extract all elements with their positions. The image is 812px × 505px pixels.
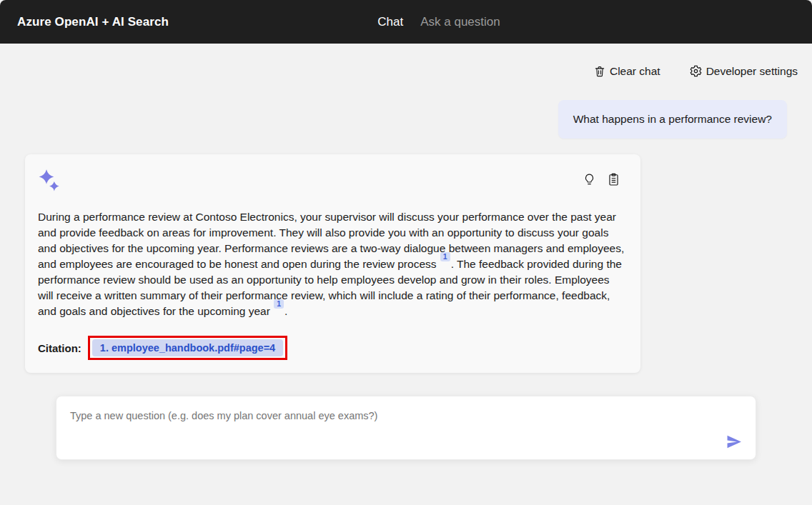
clipboard-icon (607, 178, 620, 189)
header-nav: Chat Ask a question (377, 15, 500, 29)
send-icon (725, 442, 743, 453)
lightbulb-icon (583, 178, 596, 189)
send-question-button[interactable] (722, 430, 746, 454)
user-message-bubble: What happens in a performance review? (558, 100, 787, 139)
question-input[interactable] (56, 396, 756, 460)
sparkle-icon (38, 169, 61, 194)
answer-actions (583, 173, 620, 186)
supporting-content-button[interactable] (607, 173, 620, 186)
tab-chat[interactable]: Chat (377, 15, 403, 29)
citation-link-button[interactable]: 1. employee_handbook.pdf#page=4 (92, 339, 283, 356)
command-bar: Clear chat Developer settings (0, 44, 812, 78)
user-message-row: What happens in a performance review? (25, 100, 787, 139)
answer-text: During a performance review at Contoso E… (38, 209, 628, 319)
question-input-area (56, 396, 756, 463)
citation-label: Citation: (38, 342, 81, 354)
citation-marker-1[interactable]: 1 (440, 252, 450, 261)
developer-settings-button[interactable]: Developer settings (689, 64, 798, 78)
gear-icon (689, 64, 703, 78)
citation-marker-2[interactable]: 1 (274, 299, 284, 309)
trash-icon (593, 65, 606, 78)
citation-highlight-box: 1. employee_handbook.pdf#page=4 (88, 336, 287, 360)
tab-ask-a-question[interactable]: Ask a question (420, 15, 500, 29)
app-title: Azure OpenAI + AI Search (17, 15, 169, 29)
answer-card: During a performance review at Contoso E… (25, 154, 640, 373)
answer-text-part3: . (284, 305, 287, 317)
clear-chat-button[interactable]: Clear chat (593, 65, 660, 78)
developer-settings-label: Developer settings (706, 65, 798, 78)
clear-chat-label: Clear chat (610, 65, 660, 78)
thought-process-button[interactable] (583, 173, 596, 186)
app-header: Azure OpenAI + AI Search Chat Ask a ques… (0, 0, 812, 44)
answer-header (38, 169, 628, 194)
citation-row: Citation: 1. employee_handbook.pdf#page=… (38, 336, 628, 360)
chat-container: What happens in a performance review? (25, 78, 787, 463)
